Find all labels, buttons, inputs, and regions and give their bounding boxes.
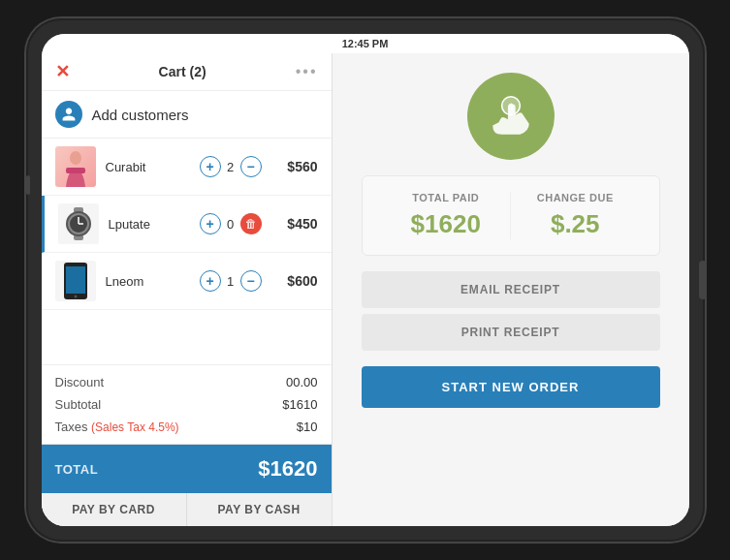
change-due-col: CHANGE DUE $.25 xyxy=(511,192,640,239)
subtotal-value: $1610 xyxy=(282,397,317,412)
taxes-value: $10 xyxy=(297,420,318,434)
add-customers-row[interactable]: Add customers xyxy=(42,91,332,139)
pay-by-card-button[interactable]: PAY BY CARD xyxy=(42,493,187,526)
item-thumbnail xyxy=(55,146,96,187)
item-name: Curabit xyxy=(106,160,192,174)
qty-increase-button[interactable]: + xyxy=(200,270,221,292)
svg-point-11 xyxy=(74,296,77,298)
app-content: ✕ Cart (2) ••• Add customers xyxy=(42,53,689,526)
qty-controls: + 1 − xyxy=(200,270,262,292)
discount-label: Discount xyxy=(55,375,105,389)
pay-by-cash-button[interactable]: PAY BY CASH xyxy=(187,493,332,526)
svg-text:$: $ xyxy=(508,102,514,111)
print-receipt-button[interactable]: PRINT RECEIPT xyxy=(362,314,660,351)
cart-title: Cart (2) xyxy=(159,64,206,79)
delete-item-button[interactable]: 🗑 xyxy=(240,213,262,234)
payment-icon-circle: $ xyxy=(467,73,555,160)
item-price: $450 xyxy=(270,216,318,232)
totals-section: Discount 00.00 Subtotal $1610 Taxes (Sal… xyxy=(42,364,332,444)
start-new-order-button[interactable]: START NEW ORDER xyxy=(362,366,660,408)
ipad-screen: 12:45 PM ✕ Cart (2) ••• xyxy=(42,34,689,526)
more-options-button[interactable]: ••• xyxy=(296,63,318,80)
cart-item: Lneom + 1 − $600 xyxy=(42,253,332,310)
item-thumbnail xyxy=(55,261,96,301)
right-panel: $ TOTAL PAID $1620 CHANGE DUE $.25 EMAIL… xyxy=(333,53,689,526)
left-bottom: TOTAL $1620 PAY BY CARD PAY BY CASH xyxy=(42,444,332,526)
add-customers-label: Add customers xyxy=(92,107,189,123)
item-thumbnail xyxy=(58,203,99,244)
svg-rect-10 xyxy=(66,266,85,294)
svg-point-0 xyxy=(70,151,81,165)
total-paid-col: TOTAL PAID $1620 xyxy=(382,192,512,239)
receipt-buttons: EMAIL RECEIPT PRINT RECEIPT xyxy=(362,271,660,351)
total-label: TOTAL xyxy=(55,462,99,477)
total-paid-value: $1620 xyxy=(382,209,511,239)
total-amount: $1620 xyxy=(258,456,317,482)
change-due-label: CHANGE DUE xyxy=(511,192,640,203)
discount-row: Discount 00.00 xyxy=(55,371,318,393)
ipad-frame: 12:45 PM ✕ Cart (2) ••• xyxy=(26,18,705,542)
cart-item: Curabit + 2 − $560 xyxy=(42,139,332,196)
total-paid-label: TOTAL PAID xyxy=(382,192,511,203)
left-panel: ✕ Cart (2) ••• Add customers xyxy=(42,53,333,526)
item-name: Lneom xyxy=(106,274,192,289)
cart-header: ✕ Cart (2) ••• xyxy=(42,53,332,91)
cart-items-list: Curabit + 2 − $560 xyxy=(42,139,332,364)
discount-value: 00.00 xyxy=(286,375,318,389)
item-name: Lputate xyxy=(109,217,192,232)
change-due-value: $.25 xyxy=(511,209,640,239)
cart-item: Lputate + 0 🗑 $450 xyxy=(42,196,332,253)
email-receipt-button[interactable]: EMAIL RECEIPT xyxy=(362,271,660,308)
subtotal-row: Subtotal $1610 xyxy=(55,393,318,416)
qty-controls: + 2 − xyxy=(200,156,262,177)
qty-value: 2 xyxy=(221,160,240,174)
qty-value: 0 xyxy=(221,217,240,232)
item-price: $560 xyxy=(270,159,318,174)
qty-increase-button[interactable]: + xyxy=(200,213,221,234)
status-bar: 12:45 PM xyxy=(42,34,689,53)
sales-tax-link[interactable]: (Sales Tax 4.5%) xyxy=(91,420,179,434)
subtotal-label: Subtotal xyxy=(55,397,102,412)
item-price: $600 xyxy=(270,273,318,289)
total-bar: TOTAL $1620 xyxy=(42,445,332,493)
taxes-label: Taxes xyxy=(55,420,88,434)
qty-controls: + 0 🗑 xyxy=(200,213,262,234)
close-button[interactable]: ✕ xyxy=(55,63,70,80)
svg-rect-1 xyxy=(66,168,85,173)
qty-value: 1 xyxy=(221,274,240,289)
side-button xyxy=(26,175,30,195)
qty-decrease-button[interactable]: − xyxy=(240,156,262,177)
qty-increase-button[interactable]: + xyxy=(200,156,221,177)
qty-decrease-button[interactable]: − xyxy=(240,270,262,292)
taxes-row: Taxes (Sales Tax 4.5%) $10 xyxy=(55,416,318,438)
customer-icon xyxy=(55,101,82,128)
payment-summary: TOTAL PAID $1620 CHANGE DUE $.25 xyxy=(362,175,660,256)
payment-buttons: PAY BY CARD PAY BY CASH xyxy=(42,493,332,526)
home-button[interactable] xyxy=(699,261,707,299)
status-time: 12:45 PM xyxy=(342,38,389,49)
